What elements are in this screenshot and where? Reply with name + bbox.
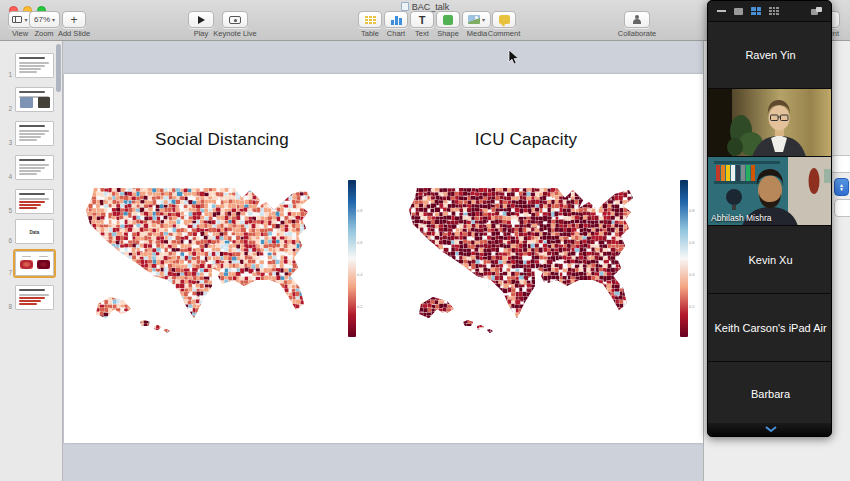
media-label: Media bbox=[467, 29, 487, 38]
left-map-title: Social Distancing bbox=[155, 130, 289, 150]
minimize-icon[interactable] bbox=[717, 10, 726, 12]
collaborate-label: Collaborate bbox=[618, 29, 656, 38]
chart-label: Chart bbox=[387, 29, 405, 38]
collaborate-icon bbox=[632, 15, 642, 25]
slide-thumbnail-5[interactable]: 5 bbox=[0, 189, 63, 214]
play-label: Play bbox=[194, 29, 209, 38]
participant-tile-barbara[interactable]: Barbara bbox=[708, 361, 832, 425]
collaborate-button[interactable] bbox=[624, 11, 650, 28]
participant-tile-keith-carsons-ipad[interactable]: Keith Carson's iPad Air bbox=[708, 293, 832, 361]
slide-number: 7 bbox=[0, 269, 15, 276]
slide-canvas: Social Distancing ICU Capacity 0.80.6 0.… bbox=[64, 41, 703, 481]
slide-navigator: 123456Data78 bbox=[0, 41, 63, 481]
slide-number: 4 bbox=[0, 173, 15, 180]
slide-thumbnail-preview bbox=[15, 285, 54, 310]
gallery-view-icon[interactable] bbox=[751, 7, 761, 15]
insert-shape-button[interactable] bbox=[436, 11, 460, 28]
slide-thumbnail-8[interactable]: 8 bbox=[0, 285, 63, 310]
media-icon bbox=[468, 15, 480, 24]
slide-thumbnail-6[interactable]: 6Data bbox=[0, 219, 63, 244]
comment-icon bbox=[499, 15, 510, 24]
keynote-live-button[interactable] bbox=[222, 11, 248, 28]
add-slide-label: Add Slide bbox=[58, 29, 90, 38]
view-label: View bbox=[12, 29, 28, 38]
slide-number: 8 bbox=[0, 303, 15, 310]
colorbar-social-distancing: 0.80.6 0.40.2 bbox=[348, 180, 356, 337]
colorbar-icu-capacity: 0.80.6 0.40.2 bbox=[680, 180, 688, 337]
insert-comment-button[interactable] bbox=[492, 11, 516, 28]
zoom-label: Zoom bbox=[34, 29, 53, 38]
slide-thumbnail-preview bbox=[15, 251, 54, 276]
comment-label: Comment bbox=[488, 29, 521, 38]
participant-tile-kevin-xu[interactable]: Kevin Xu bbox=[708, 225, 832, 293]
slide-thumbnail-preview bbox=[15, 87, 54, 112]
text-icon: T bbox=[419, 14, 426, 26]
insert-media-button[interactable]: ▾ bbox=[462, 11, 491, 28]
view-icon bbox=[12, 16, 22, 23]
swap-windows-icon[interactable] bbox=[811, 7, 822, 15]
slide-thumbnail-preview bbox=[15, 155, 54, 180]
chart-icon bbox=[391, 15, 402, 25]
plus-icon: + bbox=[70, 15, 77, 25]
play-icon bbox=[198, 16, 205, 24]
slide-thumbnail-7[interactable]: 7 bbox=[0, 251, 63, 276]
inspector-field[interactable] bbox=[830, 155, 850, 173]
play-button[interactable] bbox=[188, 11, 214, 28]
us-choropleth-map-social-distancing bbox=[84, 176, 346, 338]
slide-number: 2 bbox=[0, 105, 15, 112]
insert-text-button[interactable]: T bbox=[410, 11, 434, 28]
slide-number: 5 bbox=[0, 207, 15, 214]
us-choropleth-map-icu-capacity bbox=[407, 176, 669, 338]
insert-table-button[interactable] bbox=[358, 11, 382, 28]
insert-chart-button[interactable] bbox=[384, 11, 408, 28]
zoom-level-button[interactable]: 67%▾ bbox=[29, 11, 60, 28]
slide-number: 3 bbox=[0, 139, 15, 146]
sidebar-scrollbar[interactable] bbox=[56, 44, 61, 92]
chevron-down-icon bbox=[764, 426, 778, 433]
zoom-participants-panel: Raven Yin bbox=[707, 0, 832, 437]
participant-video bbox=[708, 89, 832, 157]
zoom-panel-header bbox=[708, 1, 831, 21]
slide-thumbnail-4[interactable]: 4 bbox=[0, 155, 63, 180]
table-icon bbox=[364, 15, 376, 24]
more-participants-bar[interactable] bbox=[708, 423, 832, 436]
slide-thumbnail-2[interactable]: 2 bbox=[0, 87, 63, 112]
slide-thumbnail-preview bbox=[15, 53, 54, 78]
shape-icon bbox=[443, 15, 453, 25]
slide-thumbnail-1[interactable]: 1 bbox=[0, 53, 63, 78]
add-slide-button[interactable]: + bbox=[62, 11, 86, 28]
inspector-stepper[interactable]: ▲▼ bbox=[834, 178, 849, 196]
grid-view-icon[interactable] bbox=[769, 7, 779, 16]
shape-label: Shape bbox=[437, 29, 459, 38]
speaker-view-icon[interactable] bbox=[734, 8, 743, 15]
participant-tile-raven-yin[interactable]: Raven Yin bbox=[708, 21, 832, 88]
text-label: Text bbox=[415, 29, 429, 38]
slide-number: 6 bbox=[0, 237, 15, 244]
current-slide[interactable]: Social Distancing ICU Capacity 0.80.6 0.… bbox=[64, 74, 703, 443]
inspector-field[interactable] bbox=[834, 199, 850, 217]
keynote-live-icon bbox=[229, 16, 241, 24]
document-icon bbox=[401, 2, 409, 11]
participant-tile-video-1[interactable] bbox=[708, 88, 832, 156]
screen: Social Distancing ICU Capacity 0.80.6 0.… bbox=[0, 0, 850, 481]
thumbnail-word: Data bbox=[16, 230, 53, 235]
slide-thumbnail-3[interactable]: 3 bbox=[0, 121, 63, 146]
slide-thumbnail-preview bbox=[15, 189, 54, 214]
slide-thumbnail-preview bbox=[15, 121, 54, 146]
table-label: Table bbox=[361, 29, 379, 38]
participant-name-label: Abhilash Mishra bbox=[711, 213, 771, 223]
slide-number: 1 bbox=[0, 71, 15, 78]
right-map-title: ICU Capacity bbox=[475, 130, 578, 150]
keynote-live-label: Keynote Live bbox=[213, 29, 256, 38]
slide-thumbnail-preview: Data bbox=[15, 219, 54, 244]
participant-tile-abhilash-mishra[interactable]: Abhilash Mishra bbox=[708, 156, 832, 225]
mouse-cursor bbox=[508, 50, 522, 66]
